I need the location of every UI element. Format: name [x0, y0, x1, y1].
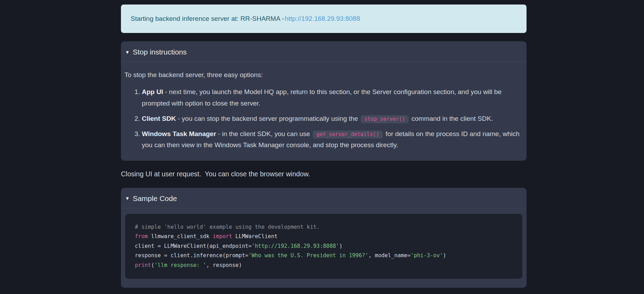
stop-option-item: App UI - next time, you launch the Model…: [142, 86, 522, 109]
stop-option-label: App UI: [142, 88, 163, 95]
stop-options-list: App UI - next time, you launch the Model…: [124, 86, 522, 151]
code-block: # simple 'hello world' example using the…: [125, 214, 522, 279]
code-line: # simple 'hello world' example using the…: [135, 222, 513, 232]
stop-option-item: Windows Task Manager - in the client SDK…: [142, 128, 522, 151]
sample-code-toggle[interactable]: ▼ Sample Code: [121, 188, 527, 208]
stop-instructions-toggle[interactable]: ▼ Stop instructions: [121, 41, 527, 62]
stop-instructions-body: To stop the backend server, three easy o…: [121, 62, 527, 161]
page-root: Starting backend inference server at: RR…: [121, 5, 527, 288]
inline-code: stop_server(): [361, 115, 408, 123]
code-line: from llmware_client_sdk import LLMWareCl…: [135, 232, 513, 242]
triangle-down-icon: ▼: [125, 50, 130, 54]
stop-instructions-card: ▼ Stop instructions To stop the backend …: [121, 41, 527, 161]
code-line: response = client.inference(prompt='Who …: [135, 251, 513, 261]
triangle-down-icon: ▼: [125, 196, 130, 201]
code-line: print('llm response: ', response): [135, 261, 513, 270]
sample-code-card: ▼ Sample Code # simple 'hello world' exa…: [121, 188, 527, 288]
server-status-banner: Starting backend inference server at: RR…: [121, 5, 527, 33]
stop-option-item: Client SDK - you can stop the backend se…: [142, 113, 522, 124]
sample-code-title: Sample Code: [133, 194, 177, 203]
stop-option-label: Windows Task Manager: [142, 130, 216, 137]
closing-note: Closing UI at user request. You can clos…: [121, 170, 527, 178]
code-block-container: # simple 'hello world' example using the…: [121, 208, 527, 279]
stop-option-label: Client SDK: [142, 115, 176, 122]
stop-instructions-title: Stop instructions: [133, 48, 187, 56]
server-url-link[interactable]: http://192.168.29.93:8088: [285, 15, 360, 23]
code-line: client = LLMWareClient(api_endpoint='htt…: [135, 242, 513, 251]
server-status-text: Starting backend inference server at: RR…: [131, 15, 284, 23]
inline-code: get_server_details(): [313, 131, 383, 138]
stop-intro-text: To stop the backend server, three easy o…: [124, 69, 522, 81]
